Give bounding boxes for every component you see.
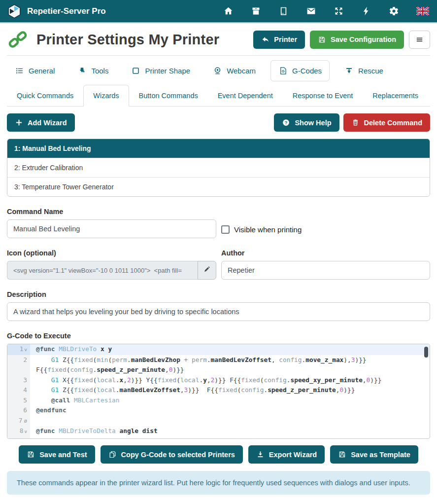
editor-gutter-cell (7, 365, 30, 375)
printer-back-button[interactable]: Printer (253, 31, 305, 49)
home-icon[interactable] (223, 6, 234, 16)
messages-icon[interactable] (306, 6, 316, 16)
subtab-quick-commands[interactable]: Quick Commands (7, 85, 83, 107)
line-number: 4 (23, 385, 27, 396)
trash-icon (351, 118, 360, 127)
rescue-icon (344, 66, 354, 75)
tab-general[interactable]: General (7, 60, 63, 81)
line-number: 7 (19, 416, 23, 426)
tab-webcam[interactable]: Webcam (205, 60, 264, 81)
delete-command-button[interactable]: Delete Command (343, 113, 430, 132)
line-number: 8 (20, 426, 24, 436)
copy-g-code-to-selected-printers-button[interactable]: Copy G-Code to selected Printers (101, 445, 243, 464)
editor-gutter-cell: 4 (7, 385, 30, 396)
editor-line[interactable]: 6@endfunc (7, 405, 430, 416)
line-marker: ø (24, 418, 27, 424)
line-number: 5 (23, 396, 27, 406)
editor-line[interactable]: 7ø (7, 416, 430, 427)
save-and-test-button[interactable]: Save and Test (19, 445, 95, 464)
copy-icon (108, 450, 117, 459)
gcode-editor[interactable]: 1v@func MBLDriveTo x y2 G1 Z{{fixed(min(… (7, 344, 430, 439)
navbar-icons (223, 6, 429, 16)
line-number: 9 (23, 437, 27, 439)
printer-icon[interactable] (278, 6, 289, 16)
icon-label: Icon (optional) (7, 249, 216, 257)
editor-code: @func MBLDriveTo x y (30, 344, 430, 355)
fold-arrow-icon[interactable]: v (25, 347, 27, 352)
pen-icon (203, 265, 211, 275)
page-header: Printer Settings My Printer Printer Save… (7, 23, 430, 56)
add-wizard-button[interactable]: Add Wizard (7, 113, 75, 132)
editor-code: @endfunc (30, 405, 430, 416)
save-configuration-button-top[interactable]: Save Configuration (310, 31, 404, 49)
editor-scrollbar-thumb[interactable] (424, 347, 428, 358)
editor-line[interactable]: 9 G1 Z{{fixed(min(perm.manBedLevDeltaZho… (7, 437, 430, 439)
description-label: Description (7, 290, 430, 298)
info-message: These commands appear in the printer wiz… (7, 471, 430, 495)
editor-code: G1 Z{{fixed(min(perm.manBedLevZhop + per… (30, 355, 430, 365)
tab-label: Printer Shape (145, 67, 190, 75)
gcode-file-icon: G (278, 66, 288, 75)
editor-gutter-cell: 6 (7, 405, 30, 416)
menu-button[interactable] (409, 31, 430, 49)
visible-when-printing-checkbox[interactable] (221, 225, 230, 234)
editor-line[interactable]: 1v@func MBLDriveTo x y (7, 344, 430, 355)
tab-g-codes[interactable]: GG-Codes (270, 60, 330, 81)
editor-line[interactable]: 8v@func MBLDriveToDelta angle dist (7, 426, 430, 437)
editor-line[interactable]: 5 @call MBLCartesian (7, 396, 430, 406)
editor-code: G1 X{{fixed(local.x,2)}} Y{{fixed(local.… (30, 375, 430, 386)
storage-box-icon[interactable] (251, 6, 261, 16)
editor-line[interactable]: 4 G1 Z{{fixed(local.manBedLevZoffset,3)}… (7, 385, 430, 396)
editor-line[interactable]: 2 G1 Z{{fixed(min(perm.manBedLevZhop + p… (7, 355, 430, 365)
tab-label: Rescue (358, 67, 383, 75)
subtab-replacements[interactable]: Replacements (363, 85, 428, 107)
subtab-response-to-event[interactable]: Response to Event (283, 85, 363, 107)
command-name-input[interactable] (7, 219, 216, 238)
line-number: 2 (23, 355, 27, 365)
description-input[interactable] (7, 302, 430, 321)
editor-gutter-cell: 5 (7, 396, 30, 406)
subtab-event-dependent[interactable]: Event Dependent (208, 85, 283, 107)
global-settings-icon[interactable] (389, 6, 399, 16)
svg-text:G: G (282, 69, 285, 73)
download-icon (256, 450, 265, 459)
author-label: Author (221, 249, 430, 257)
language-flag-icon[interactable] (416, 7, 429, 15)
icon-svg-input[interactable] (7, 261, 198, 280)
plus-icon (15, 118, 23, 127)
back-arrow-icon (261, 36, 269, 44)
wizard-list-item-1[interactable]: 1: Manual Bed Leveling (7, 139, 430, 158)
fullscreen-icon[interactable] (334, 6, 344, 16)
editor-code (30, 416, 430, 427)
line-number: 3 (23, 375, 27, 386)
editor-code: G1 Z{{fixed(local.manBedLevZoffset,3)}} … (30, 385, 430, 396)
save-as-template-button[interactable]: Save as Template (330, 445, 418, 464)
fold-arrow-icon[interactable]: v (25, 429, 27, 434)
repetier-logo-icon (7, 4, 22, 19)
hamburger-icon (415, 36, 424, 44)
wizard-list-item-2[interactable]: 2: Extruder Calibration (7, 158, 430, 177)
save-icon (338, 450, 346, 459)
editor-line[interactable]: 3 G1 X{{fixed(local.x,2)}} Y{{fixed(loca… (7, 375, 430, 386)
tab-printer-shape[interactable]: Printer Shape (123, 60, 198, 81)
gcode-to-execute-label: G-Code to Execute (7, 332, 430, 340)
edit-icon-button[interactable] (198, 261, 216, 280)
webcam-icon (213, 66, 222, 75)
editor-line[interactable]: F{{fixed(config.speed_z_per_minute,0)}} (7, 365, 430, 375)
subtab-wizards[interactable]: Wizards (83, 85, 129, 107)
show-help-button[interactable]: ? Show Help (274, 113, 339, 132)
subtab-button-commands[interactable]: Button Commands (129, 85, 208, 107)
save-icon (318, 36, 326, 44)
wizard-list-item-3[interactable]: 3: Temperature Tower Generator (7, 177, 430, 196)
tab-tools[interactable]: Tools (69, 60, 116, 81)
save-icon (27, 450, 35, 459)
quick-commands-icon[interactable] (361, 6, 371, 16)
export-wizard-button[interactable]: Export Wizard (248, 445, 325, 464)
command-name-label: Command Name (7, 208, 216, 216)
tab-rescue[interactable]: Rescue (336, 60, 391, 81)
editor-gutter-cell: 1v (7, 344, 30, 355)
button-label: Export Wizard (269, 451, 317, 459)
editor-gutter-cell: 3 (7, 375, 30, 386)
author-input[interactable] (221, 261, 430, 280)
tab-label: General (29, 67, 55, 75)
